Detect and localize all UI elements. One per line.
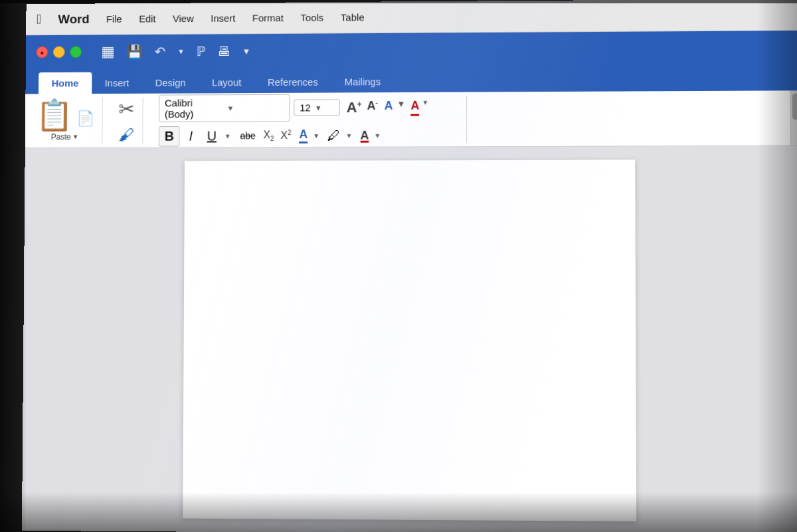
menu-format[interactable]: Format <box>250 11 286 25</box>
font-grow-icon[interactable]: A+ <box>347 99 362 116</box>
subscript-button[interactable]: X2 <box>263 129 274 142</box>
ribbon-tabs: Home Insert Design Layout References Mai… <box>25 65 797 94</box>
maximize-button[interactable] <box>70 46 82 58</box>
text-effects-icon[interactable]: A <box>385 99 393 116</box>
underline-dropdown[interactable]: ▼ <box>223 132 232 139</box>
paste-dropdown-arrow[interactable]: ▼ <box>72 133 79 140</box>
font-row1: Calibri (Body) ▼ 12 ▼ A+ A- A ▼ <box>159 93 458 122</box>
tab-layout[interactable]: Layout <box>199 71 254 93</box>
screen-wrapper:  Word File Edit View Insert Format Tool… <box>0 0 797 532</box>
font-color-text-dropdown[interactable]: ▼ <box>313 132 319 139</box>
font-color-dropdown[interactable]: ▼ <box>422 98 428 116</box>
font-options-icon[interactable]: ▼ <box>397 98 406 116</box>
scrollbar[interactable] <box>790 90 797 145</box>
undo-dropdown-icon[interactable]: ▼ <box>175 46 187 58</box>
redo-icon[interactable]: ℙ <box>194 41 209 61</box>
underline-button[interactable]: U <box>202 126 222 145</box>
italic-button[interactable]: I <box>184 126 198 145</box>
font-row2: B I U ▼ abe X2 X2 A ▼ <box>159 125 458 146</box>
qa-dropdown-icon[interactable]: ▼ <box>240 44 254 58</box>
ui-container:  Word File Edit View Insert Format Tool… <box>22 0 797 532</box>
document-area <box>22 146 797 532</box>
save-icon[interactable]: 💾 <box>124 42 146 62</box>
font-shrink-icon[interactable]: A- <box>367 99 377 116</box>
word-toolbar-area: ● ▦ 💾 ↶ ▼ ℙ 🖶 ▼ Home <box>25 31 797 94</box>
menu-view[interactable]: View <box>170 11 197 25</box>
document-page[interactable] <box>183 159 636 521</box>
tab-home[interactable]: Home <box>39 72 92 94</box>
font-color-text-icon[interactable]: A <box>299 128 308 143</box>
underline-row: U ▼ <box>202 126 232 145</box>
ribbon-content: 📋 📄 Paste ▼ ✂ 🖌 <box>25 90 797 148</box>
font-name-dropdown[interactable]: Calibri (Body) ▼ <box>159 94 290 122</box>
menu-edit[interactable]: Edit <box>136 12 158 26</box>
scissors-icon[interactable]: ✂ <box>118 97 135 120</box>
clipboard-icon: 📋 <box>36 100 73 130</box>
superscript-button[interactable]: X2 <box>280 130 291 142</box>
font-color-red-dropdown[interactable]: ▼ <box>374 132 381 139</box>
menu-file[interactable]: File <box>104 12 125 26</box>
highlight-dropdown[interactable]: ▼ <box>346 132 353 139</box>
copy-icon: 📄 <box>76 110 94 128</box>
close-button[interactable]: ● <box>37 46 48 58</box>
font-size-arrow: ▼ <box>315 104 322 112</box>
scrollbar-thumb[interactable] <box>792 93 797 120</box>
sidebar-toggle-icon[interactable]: ▦ <box>98 41 118 62</box>
menu-table[interactable]: Table <box>338 11 367 25</box>
font-color-red-icon[interactable]: A <box>361 128 369 142</box>
tab-mailings[interactable]: Mailings <box>331 70 394 92</box>
font-section: Calibri (Body) ▼ 12 ▼ A+ A- A ▼ <box>151 96 467 143</box>
undo-icon[interactable]: ↶ <box>152 42 169 62</box>
menu-tools[interactable]: Tools <box>298 11 327 25</box>
font-size-dropdown[interactable]: 12 ▼ <box>294 99 339 116</box>
effects-section: A ▼ 🖊 ▼ A ▼ <box>299 128 381 143</box>
bold-button[interactable]: B <box>159 126 180 146</box>
strikethrough-button[interactable]: abe <box>236 128 260 143</box>
font-name-arrow: ▼ <box>227 104 284 112</box>
menu-word[interactable]: Word <box>56 11 92 28</box>
format-painter-icon[interactable]: 🖌 <box>118 126 134 144</box>
font-size-controls: A+ A- A ▼ A ▼ <box>347 98 428 116</box>
edit-section: ✂ 🖌 <box>110 98 143 143</box>
mac-menubar:  Word File Edit View Insert Format Tool… <box>26 0 797 35</box>
tab-insert[interactable]: Insert <box>92 72 142 94</box>
highlight-icon[interactable]: 🖊 <box>327 128 341 143</box>
tab-references[interactable]: References <box>254 71 331 93</box>
paste-label[interactable]: Paste <box>51 132 71 141</box>
paste-section: 📋 📄 Paste ▼ <box>33 98 103 143</box>
print-icon[interactable]: 🖶 <box>215 42 233 61</box>
traffic-lights: ● <box>37 46 82 58</box>
font-color-icon[interactable]: A <box>410 98 419 116</box>
apple-icon[interactable]:  <box>37 12 41 27</box>
menu-insert[interactable]: Insert <box>208 11 238 25</box>
quick-access-bar: ● ▦ 💾 ↶ ▼ ℙ 🖶 ▼ <box>26 31 797 69</box>
minimize-button[interactable] <box>53 46 65 58</box>
tab-design[interactable]: Design <box>142 72 199 94</box>
